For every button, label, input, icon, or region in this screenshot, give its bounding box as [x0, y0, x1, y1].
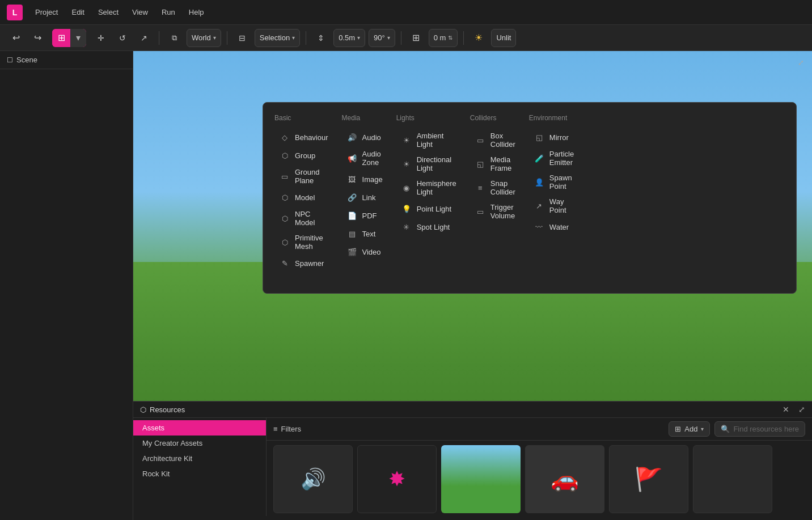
res-nav-architecture-kit[interactable]: Architecture Kit — [133, 451, 266, 466]
menu-view[interactable]: View — [126, 6, 154, 19]
menu-item-image[interactable]: 🖼Image — [342, 171, 387, 188]
menu-item-media-frame[interactable]: ◱Media Frame — [470, 153, 520, 175]
menu-item-npc-model[interactable]: ⬡NPC Model — [274, 207, 333, 230]
menu-item-way-point[interactable]: ↗Way Point — [529, 195, 578, 217]
menu-item-ambient-light[interactable]: ☀Ambient Light — [396, 129, 461, 151]
menu-item-behaviour[interactable]: ◇Behaviour — [274, 129, 333, 146]
menu-run[interactable]: Run — [156, 6, 181, 19]
undo-button[interactable]: ↩ — [7, 29, 25, 47]
link-icon: 🔗 — [346, 192, 358, 203]
hemisphere-light-label: Hemisphere Light — [417, 179, 456, 196]
menu-section-title-colliders: Colliders — [470, 114, 520, 122]
expand-viewport-button[interactable]: ⤢ — [794, 56, 807, 69]
rotate-tool-button[interactable]: ↺ — [113, 29, 132, 47]
redo-button[interactable]: ↪ — [28, 29, 46, 47]
menu-item-text[interactable]: ▤Text — [342, 225, 387, 242]
asset-card-2[interactable]: ✸ — [357, 445, 437, 513]
menu-item-water[interactable]: 〰Water — [529, 218, 578, 235]
box-collider-icon: ▭ — [475, 134, 486, 146]
menu-item-mirror[interactable]: ◱Mirror — [529, 129, 578, 146]
world-chevron: ▾ — [213, 35, 216, 41]
select-tool-button[interactable]: ⊞ — [52, 29, 70, 47]
menu-item-video[interactable]: 🎬Video — [342, 243, 387, 260]
selection-chevron: ▾ — [292, 35, 295, 41]
asset-card-6[interactable] — [693, 445, 772, 513]
asset-card-5[interactable]: 🚩 — [609, 445, 688, 513]
model-icon: ⬡ — [279, 192, 290, 203]
angle-dropdown[interactable]: 90° ▾ — [369, 29, 395, 47]
asset-card-1[interactable]: 🔊 — [273, 445, 353, 513]
ambient-light-label: Ambient Light — [417, 132, 456, 149]
menu-item-spawner[interactable]: ✎Spawner — [274, 255, 333, 272]
behaviour-icon: ◇ — [279, 132, 290, 143]
transform-space-icon: ⧉ — [165, 29, 183, 47]
menu-select[interactable]: Select — [92, 6, 124, 19]
step-dropdown[interactable]: 0.5m ▾ — [333, 29, 365, 47]
transform-mode-group: ⊞ ▾ — [52, 29, 86, 47]
sep-5 — [463, 31, 464, 45]
menu-item-point-light[interactable]: 💡Point Light — [396, 200, 461, 217]
menu-project[interactable]: Project — [29, 6, 64, 19]
menu-item-directional-light[interactable]: ☀Directional Light — [396, 153, 461, 175]
world-dropdown[interactable]: World ▾ — [187, 29, 221, 47]
menu-item-link[interactable]: 🔗Link — [342, 189, 387, 206]
audio-icon: 🔊 — [301, 467, 326, 491]
search-box: 🔍 Find resources here — [714, 421, 805, 437]
tool-dropdown-arrow[interactable]: ▾ — [70, 29, 86, 47]
asset-card-3[interactable] — [441, 445, 521, 513]
menu-item-spot-light[interactable]: ✳Spot Light — [396, 218, 461, 235]
menu-item-ground-plane[interactable]: ▭Ground Plane — [274, 165, 333, 188]
image-label: Image — [362, 175, 383, 184]
menu-item-particle-emitter[interactable]: 🧪Particle Emitter — [529, 147, 578, 170]
menu-item-spawn-point[interactable]: 👤Spawn Point — [529, 171, 578, 193]
res-nav-my-creator-assets[interactable]: My Creator Assets — [133, 436, 266, 451]
media-frame-icon: ◱ — [475, 158, 486, 170]
audio-icon: 🔊 — [346, 132, 358, 143]
spawn-point-icon: 👤 — [534, 176, 545, 188]
directional-light-icon: ☀ — [401, 158, 412, 170]
menu-item-snap-collider[interactable]: ≡Snap Collider — [470, 176, 520, 199]
filters-icon: ≡ — [273, 425, 278, 433]
world-label: World — [192, 33, 211, 42]
menu-item-primitive-mesh[interactable]: ⬡Primitive Mesh — [274, 231, 333, 253]
menu-item-audio-zone[interactable]: 📢Audio Zone — [342, 147, 387, 170]
menu-edit[interactable]: Edit — [66, 6, 90, 19]
menu-item-group[interactable]: ⬡Group — [274, 147, 333, 164]
asset-card-4[interactable]: 🚗 — [525, 445, 604, 513]
move-tool-button[interactable]: ✛ — [92, 29, 110, 47]
menu-item-pdf[interactable]: 📄PDF — [342, 207, 387, 224]
model-label: Model — [295, 193, 315, 202]
ground-plane-icon: ▭ — [279, 171, 290, 182]
pdf-icon: 📄 — [346, 210, 358, 221]
menu-item-box-collider[interactable]: ▭Box Collider — [470, 129, 520, 151]
menu-item-audio[interactable]: 🔊Audio — [342, 129, 387, 146]
lighting-label: Unlit — [496, 33, 511, 42]
selection-dropdown[interactable]: Selection ▾ — [255, 29, 300, 47]
resources-expand-button[interactable]: ⤢ — [798, 405, 805, 414]
menu-help[interactable]: Help — [183, 6, 210, 19]
menu-section-title-basic: Basic — [274, 114, 333, 122]
filters-button[interactable]: ≡ Filters — [273, 425, 301, 433]
resources-layout: AssetsMy Creator AssetsArchitecture KitR… — [133, 418, 812, 516]
grid-icon[interactable]: ⊞ — [407, 29, 425, 47]
menu-section-title-lights: Lights — [396, 114, 461, 122]
box-collider-label: Box Collider — [490, 132, 515, 149]
ground-plane-label: Ground Plane — [295, 168, 328, 185]
spawner-label: Spawner — [295, 259, 324, 268]
lighting-dropdown[interactable]: Unlit — [491, 29, 516, 47]
link-label: Link — [362, 193, 376, 202]
step-label: 0.5m — [339, 33, 355, 42]
res-nav-rock-kit[interactable]: Rock Kit — [133, 466, 266, 481]
menu-item-model[interactable]: ⬡Model — [274, 189, 333, 206]
add-resource-button[interactable]: ⊞ Add ▾ — [669, 421, 710, 437]
res-nav-assets[interactable]: Assets — [133, 420, 266, 436]
left-panel: ☐ Scene — [0, 51, 133, 520]
scale-tool-button[interactable]: ↗ — [135, 29, 153, 47]
menu-item-trigger-volume[interactable]: ▭Trigger Volume — [470, 200, 520, 223]
viewport[interactable]: ● Orbit / Select ● Pan ● Fly ⤢ — [133, 51, 812, 520]
menu-section-title-environment: Environment — [529, 114, 578, 122]
menu-item-hemisphere-light[interactable]: ◉Hemisphere Light — [396, 176, 461, 199]
resources-close-button[interactable]: ✕ — [783, 405, 789, 414]
group-icon: ⬡ — [279, 150, 290, 161]
add-label: Add — [684, 425, 697, 433]
